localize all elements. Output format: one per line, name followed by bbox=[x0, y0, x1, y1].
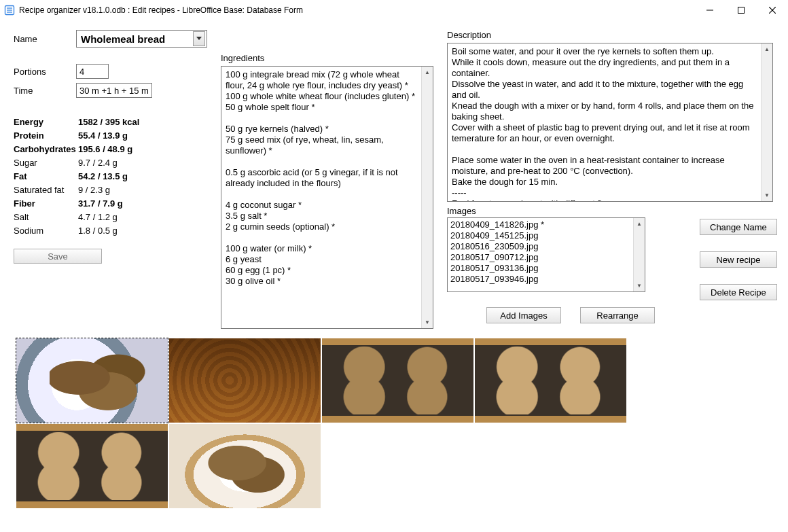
form-left-column: Name Wholemeal bread Portions Time Energ… bbox=[14, 30, 207, 264]
nutrition-value: 55.4 / 13.9 g bbox=[78, 129, 128, 143]
window-minimize-button[interactable] bbox=[694, 0, 726, 20]
nutrition-row: Saturated fat9 / 2.3 g bbox=[14, 183, 207, 197]
nutrition-row: Fiber31.7 / 7.9 g bbox=[14, 197, 207, 211]
nutrition-row: Protein55.4 / 13.9 g bbox=[14, 129, 207, 143]
change-name-button[interactable]: Change Name bbox=[700, 219, 777, 235]
nutrition-key: Energy bbox=[14, 116, 78, 129]
nutrition-key: Sugar bbox=[14, 156, 78, 170]
nutrition-key: Protein bbox=[14, 129, 78, 143]
name-dropdown-value: Wholemeal bread bbox=[81, 33, 165, 45]
list-item[interactable]: 20180517_093946.jpg bbox=[450, 274, 630, 285]
nutrition-value: 195.6 / 48.9 g bbox=[78, 143, 132, 156]
thumbnail-image[interactable] bbox=[169, 338, 321, 423]
time-label: Time bbox=[14, 86, 76, 96]
scroll-up-icon[interactable]: ▲ bbox=[634, 218, 645, 230]
description-text: Boil some water, and pour it over the ry… bbox=[448, 43, 761, 201]
portions-label: Portions bbox=[14, 67, 76, 77]
nutrition-value: 9 / 2.3 g bbox=[78, 183, 110, 197]
list-item[interactable]: 20180517_093136.jpg bbox=[450, 263, 630, 274]
ingredients-scrollbar[interactable]: ▲ ▼ bbox=[421, 67, 433, 328]
nutrition-row: Sugar9.7 / 2.4 g bbox=[14, 156, 207, 170]
app-icon bbox=[4, 5, 15, 16]
chevron-down-icon bbox=[193, 31, 205, 46]
nutrition-key: Fat bbox=[14, 170, 78, 183]
scroll-up-icon[interactable]: ▲ bbox=[422, 67, 433, 78]
name-label: Name bbox=[14, 34, 76, 44]
window-close-button[interactable] bbox=[757, 0, 788, 20]
svg-rect-5 bbox=[738, 7, 745, 14]
list-item[interactable]: 20180517_090712.jpg bbox=[450, 252, 630, 263]
thumbnail-image[interactable] bbox=[322, 338, 473, 423]
description-textarea[interactable]: Boil some water, and pour it over the ry… bbox=[447, 43, 773, 202]
nutrition-value: 1.8 / 0.5 g bbox=[78, 224, 118, 238]
right-column: Description Boil some water, and pour it… bbox=[447, 30, 788, 323]
nutrition-row: Sodium1.8 / 0.5 g bbox=[14, 224, 207, 238]
scroll-down-icon[interactable]: ▼ bbox=[422, 317, 433, 328]
window-title: Recipe organizer v18.1.0.odb : Edit reci… bbox=[19, 5, 303, 15]
titlebar: Recipe organizer v18.1.0.odb : Edit reci… bbox=[0, 0, 788, 20]
ingredients-text: 100 g integrale bread mix (72 g whole wh… bbox=[221, 67, 421, 328]
ingredients-label: Ingredients bbox=[221, 53, 433, 63]
name-dropdown[interactable]: Wholemeal bread bbox=[76, 30, 207, 48]
images-scrollbar[interactable]: ▲ ▼ bbox=[633, 218, 645, 291]
ingredients-column: Ingredients 100 g integrale bread mix (7… bbox=[221, 30, 433, 329]
scroll-up-icon[interactable]: ▲ bbox=[762, 43, 772, 55]
nutrition-row: Carbohydrates195.6 / 48.9 g bbox=[14, 143, 207, 156]
nutrition-row: Fat54.2 / 13.5 g bbox=[14, 170, 207, 183]
nutrition-key: Salt bbox=[14, 211, 78, 224]
list-item[interactable]: 20180409_141826.jpg * bbox=[450, 219, 630, 230]
ingredients-textarea[interactable]: 100 g integrale bread mix (72 g whole wh… bbox=[221, 66, 433, 329]
svg-marker-8 bbox=[196, 37, 202, 40]
thumbnail-strip bbox=[14, 338, 774, 508]
time-input[interactable] bbox=[76, 83, 152, 98]
nutrition-row: Salt4.7 / 1.2 g bbox=[14, 211, 207, 224]
rearrange-button[interactable]: Rearrange bbox=[580, 307, 655, 323]
nutrition-table: Energy1582 / 395 kcalProtein55.4 / 13.9 … bbox=[14, 116, 207, 238]
scroll-down-icon[interactable]: ▼ bbox=[762, 190, 772, 201]
thumbnail-image[interactable] bbox=[475, 338, 626, 423]
window-maximize-button[interactable] bbox=[726, 0, 757, 20]
description-scrollbar[interactable]: ▲ ▼ bbox=[761, 43, 772, 201]
nutrition-key: Fiber bbox=[14, 197, 78, 211]
nutrition-key: Sodium bbox=[14, 224, 78, 238]
nutrition-value: 54.2 / 13.5 g bbox=[78, 170, 128, 183]
new-recipe-button[interactable]: New recipe bbox=[700, 251, 777, 268]
nutrition-value: 4.7 / 1.2 g bbox=[78, 211, 118, 224]
nutrition-value: 9.7 / 2.4 g bbox=[78, 156, 118, 170]
nutrition-row: Energy1582 / 395 kcal bbox=[14, 116, 207, 129]
nutrition-key: Carbohydrates bbox=[14, 143, 78, 156]
add-images-button[interactable]: Add Images bbox=[486, 307, 561, 323]
scroll-down-icon[interactable]: ▼ bbox=[634, 280, 645, 291]
description-label: Description bbox=[447, 30, 788, 40]
thumbnail-image[interactable] bbox=[16, 338, 168, 423]
list-item[interactable]: 20180409_145125.jpg bbox=[450, 230, 630, 241]
thumbnail-image[interactable] bbox=[16, 424, 168, 508]
delete-recipe-button[interactable]: Delete Recipe bbox=[700, 284, 777, 300]
images-listbox[interactable]: 20180409_141826.jpg *20180409_145125.jpg… bbox=[447, 217, 645, 292]
list-item[interactable]: 20180516_230509.jpg bbox=[450, 241, 630, 252]
nutrition-value: 1582 / 395 kcal bbox=[78, 116, 139, 129]
images-label: Images bbox=[447, 206, 788, 216]
thumbnail-image[interactable] bbox=[169, 424, 321, 508]
nutrition-key: Saturated fat bbox=[14, 183, 78, 197]
save-button[interactable]: Save bbox=[14, 249, 102, 264]
portions-input[interactable] bbox=[76, 64, 109, 79]
nutrition-value: 31.7 / 7.9 g bbox=[78, 197, 123, 211]
